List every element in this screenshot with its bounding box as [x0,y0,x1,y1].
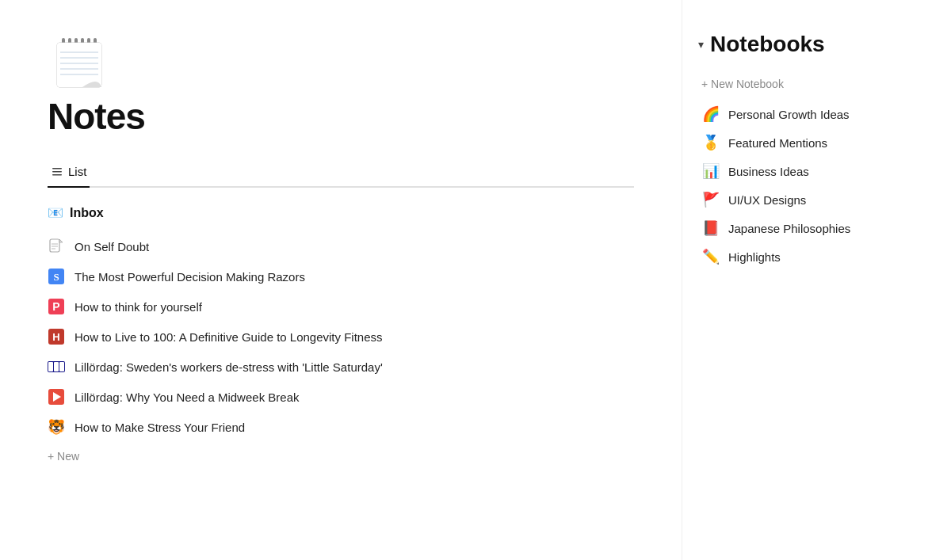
svg-text:P: P [52,300,59,313]
svg-text:S: S [53,271,59,283]
main-content: Notes List 📧 Inbox [0,0,682,560]
svg-rect-15 [52,174,62,176]
notebook-icon-personal-growth: 🌈 [701,105,720,123]
notebook-highlights[interactable]: ✏️ Highlights [698,242,888,271]
svg-rect-16 [50,239,59,252]
notebook-featured-mentions[interactable]: 🥇 Featured Mentions [698,128,888,157]
page-title: Notes [48,95,634,138]
list-icon [51,166,63,178]
svg-rect-29 [59,362,64,371]
note-item-3[interactable]: P How to think for yourself [48,291,634,322]
notebook-personal-growth[interactable]: 🌈 Personal Growth Ideas [698,100,888,128]
add-new-button[interactable]: + New [48,445,634,467]
tab-list[interactable]: List [48,160,90,188]
svg-rect-28 [54,362,59,371]
notebook-ui-ux[interactable]: 🚩 UI/UX Designs [698,185,888,214]
notebook-icon-ui: 🚩 [701,191,720,208]
notebook-icon-japanese: 📕 [701,219,720,237]
app-logo [48,32,111,95]
notebook-icon-featured: 🥇 [701,134,720,151]
note-icon-h: H [48,328,65,345]
svg-rect-7 [57,43,101,87]
note-icon-substack: S [48,268,65,285]
notebook-icon-highlights: ✏️ [701,248,720,265]
note-item-7[interactable]: 🐯 How to Make Stress Your Friend [48,412,634,442]
chevron-icon[interactable]: ▾ [698,38,704,51]
notebook-icon-business: 📊 [701,162,720,180]
note-item-1[interactable]: On Self Doubt [48,231,634,261]
note-icon-tiger: 🐯 [48,418,65,436]
new-notebook-button[interactable]: + New Notebook [698,73,888,95]
inbox-header: 📧 Inbox [48,205,634,220]
note-icon-red-arrow [48,388,65,406]
svg-rect-14 [52,171,62,173]
note-item-4[interactable]: H How to Live to 100: A Definitive Guide… [48,322,634,352]
note-icon-pocket: P [48,298,65,315]
notebooks-title: Notebooks [710,32,825,57]
note-item-2[interactable]: S The Most Powerful Decision Making Razo… [48,261,634,291]
svg-rect-13 [52,168,62,170]
note-icon-doc [48,238,65,255]
inbox-icon: 📧 [48,205,63,220]
notebook-business-ideas[interactable]: 📊 Business Ideas [698,157,888,185]
note-item-5[interactable]: Lillördag: Sweden's workers de-stress wi… [48,352,634,382]
sidebar-header: ▾ Notebooks [698,32,888,57]
sidebar: ▾ Notebooks + New Notebook 🌈 Personal Gr… [682,0,903,560]
svg-rect-27 [48,362,53,371]
notes-list: On Self Doubt S The Most Powerful Decisi… [48,231,634,442]
notebook-japanese[interactable]: 📕 Japanese Philosophies [698,214,888,242]
tab-bar: List [48,160,634,188]
note-item-6[interactable]: Lillördag: Why You Need a Midweek Break [48,382,634,412]
svg-text:H: H [52,331,59,343]
note-icon-bbc [48,358,65,375]
notebooks-list: 🌈 Personal Growth Ideas 🥇 Featured Menti… [698,100,888,271]
